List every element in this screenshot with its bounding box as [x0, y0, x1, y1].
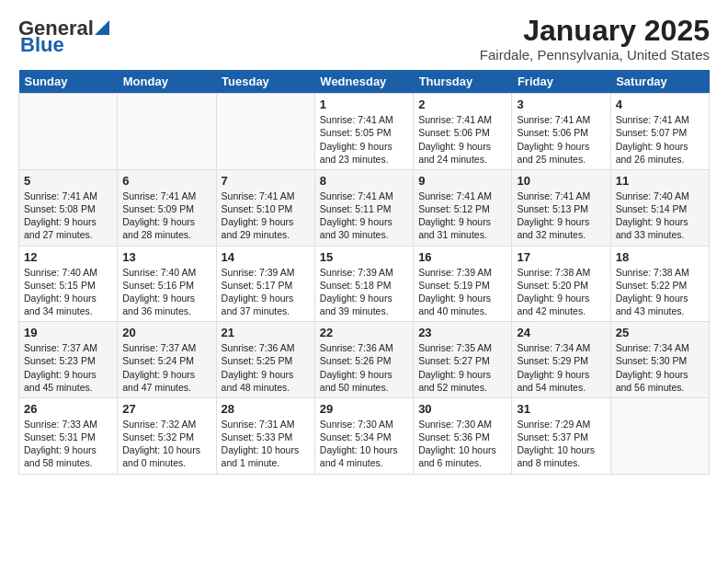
calendar-cell: 23Sunrise: 7:35 AMSunset: 5:27 PMDayligh…: [414, 322, 512, 398]
day-number: 3: [517, 98, 605, 111]
day-number: 22: [320, 326, 408, 339]
calendar-cell: 11Sunrise: 7:40 AMSunset: 5:14 PMDayligh…: [610, 169, 709, 246]
week-row-3: 12Sunrise: 7:40 AMSunset: 5:15 PMDayligh…: [19, 246, 710, 322]
cell-content: Sunrise: 7:37 AMSunset: 5:23 PMDaylight:…: [24, 341, 112, 394]
cell-content: Sunrise: 7:41 AMSunset: 5:05 PMDaylight:…: [320, 113, 408, 166]
day-number: 31: [517, 402, 605, 416]
weekday-header-wednesday: Wednesday: [314, 70, 413, 94]
cell-content: Sunrise: 7:41 AMSunset: 5:08 PMDaylight:…: [24, 190, 112, 242]
day-number: 4: [616, 98, 704, 111]
calendar-cell: 3Sunrise: 7:41 AMSunset: 5:06 PMDaylight…: [512, 94, 610, 170]
day-number: 25: [616, 326, 704, 339]
cell-content: Sunrise: 7:41 AMSunset: 5:13 PMDaylight:…: [517, 190, 605, 242]
cell-content: Sunrise: 7:31 AMSunset: 5:33 PMDaylight:…: [222, 418, 310, 470]
day-number: 24: [517, 326, 605, 339]
header: General Blue January 2025 Fairdale, Penn…: [18, 15, 710, 63]
calendar-cell: 19Sunrise: 7:37 AMSunset: 5:23 PMDayligh…: [19, 322, 118, 398]
calendar-cell: 31Sunrise: 7:29 AMSunset: 5:37 PMDayligh…: [512, 397, 610, 474]
weekday-header-saturday: Saturday: [610, 70, 709, 94]
week-row-1: 1Sunrise: 7:41 AMSunset: 5:05 PMDaylight…: [19, 94, 710, 170]
calendar-cell: 25Sunrise: 7:34 AMSunset: 5:30 PMDayligh…: [610, 322, 709, 398]
weekday-header-row: SundayMondayTuesdayWednesdayThursdayFrid…: [19, 70, 710, 94]
day-number: 16: [418, 250, 506, 264]
calendar-cell: [118, 94, 216, 170]
calendar-cell: 27Sunrise: 7:32 AMSunset: 5:32 PMDayligh…: [118, 397, 216, 474]
calendar-cell: 17Sunrise: 7:38 AMSunset: 5:20 PMDayligh…: [512, 246, 610, 322]
cell-content: Sunrise: 7:41 AMSunset: 5:11 PMDaylight:…: [320, 190, 408, 242]
cell-content: Sunrise: 7:41 AMSunset: 5:12 PMDaylight:…: [418, 190, 506, 242]
day-number: 28: [222, 402, 310, 416]
calendar-cell: 12Sunrise: 7:40 AMSunset: 5:15 PMDayligh…: [19, 246, 118, 322]
day-number: 8: [320, 174, 408, 188]
calendar-cell: 29Sunrise: 7:30 AMSunset: 5:34 PMDayligh…: [314, 397, 413, 474]
cell-content: Sunrise: 7:34 AMSunset: 5:30 PMDaylight:…: [616, 341, 704, 394]
calendar-cell: 1Sunrise: 7:41 AMSunset: 5:05 PMDaylight…: [314, 94, 413, 170]
weekday-header-tuesday: Tuesday: [216, 70, 314, 94]
cell-content: Sunrise: 7:34 AMSunset: 5:29 PMDaylight:…: [517, 341, 605, 394]
cell-content: Sunrise: 7:36 AMSunset: 5:25 PMDaylight:…: [222, 341, 310, 394]
day-number: 2: [418, 98, 506, 111]
calendar-cell: 30Sunrise: 7:30 AMSunset: 5:36 PMDayligh…: [414, 397, 512, 474]
cell-content: Sunrise: 7:30 AMSunset: 5:34 PMDaylight:…: [320, 418, 408, 470]
day-number: 17: [517, 250, 605, 264]
day-number: 19: [24, 326, 112, 339]
cell-content: Sunrise: 7:41 AMSunset: 5:10 PMDaylight:…: [222, 190, 310, 242]
cell-content: Sunrise: 7:41 AMSunset: 5:06 PMDaylight:…: [418, 113, 506, 166]
cell-content: Sunrise: 7:38 AMSunset: 5:22 PMDaylight:…: [616, 266, 704, 318]
svg-marker-0: [95, 20, 109, 35]
calendar-cell: 10Sunrise: 7:41 AMSunset: 5:13 PMDayligh…: [512, 169, 610, 246]
cell-content: Sunrise: 7:38 AMSunset: 5:20 PMDaylight:…: [517, 266, 605, 318]
cell-content: Sunrise: 7:39 AMSunset: 5:17 PMDaylight:…: [222, 266, 310, 318]
calendar-cell: 5Sunrise: 7:41 AMSunset: 5:08 PMDaylight…: [19, 169, 118, 246]
calendar-cell: 6Sunrise: 7:41 AMSunset: 5:09 PMDaylight…: [118, 169, 216, 246]
cell-content: Sunrise: 7:33 AMSunset: 5:31 PMDaylight:…: [24, 418, 112, 470]
cell-content: Sunrise: 7:41 AMSunset: 5:06 PMDaylight:…: [517, 113, 605, 166]
calendar-cell: [216, 94, 314, 170]
day-number: 26: [24, 402, 112, 416]
day-number: 14: [222, 250, 310, 264]
calendar-cell: 9Sunrise: 7:41 AMSunset: 5:12 PMDaylight…: [414, 169, 512, 246]
cell-content: Sunrise: 7:40 AMSunset: 5:14 PMDaylight:…: [616, 190, 704, 242]
weekday-header-monday: Monday: [118, 70, 216, 94]
week-row-4: 19Sunrise: 7:37 AMSunset: 5:23 PMDayligh…: [19, 322, 710, 398]
day-number: 7: [222, 174, 310, 188]
cell-content: Sunrise: 7:39 AMSunset: 5:18 PMDaylight:…: [320, 266, 408, 318]
calendar-page: General Blue January 2025 Fairdale, Penn…: [0, 0, 728, 484]
calendar-cell: 14Sunrise: 7:39 AMSunset: 5:17 PMDayligh…: [216, 246, 314, 322]
title-area: January 2025 Fairdale, Pennsylvania, Uni…: [480, 15, 710, 63]
day-number: 27: [122, 402, 210, 416]
calendar-cell: 22Sunrise: 7:36 AMSunset: 5:26 PMDayligh…: [314, 322, 413, 398]
calendar-cell: 20Sunrise: 7:37 AMSunset: 5:24 PMDayligh…: [118, 322, 216, 398]
cell-content: Sunrise: 7:37 AMSunset: 5:24 PMDaylight:…: [122, 341, 210, 394]
day-number: 18: [616, 250, 704, 264]
logo: General Blue: [18, 18, 109, 55]
cell-content: Sunrise: 7:32 AMSunset: 5:32 PMDaylight:…: [122, 418, 210, 470]
location: Fairdale, Pennsylvania, United States: [480, 47, 710, 63]
week-row-5: 26Sunrise: 7:33 AMSunset: 5:31 PMDayligh…: [19, 397, 710, 474]
cell-content: Sunrise: 7:40 AMSunset: 5:16 PMDaylight:…: [122, 266, 210, 318]
calendar-cell: 4Sunrise: 7:41 AMSunset: 5:07 PMDaylight…: [610, 94, 709, 170]
day-number: 20: [122, 326, 210, 339]
week-row-2: 5Sunrise: 7:41 AMSunset: 5:08 PMDaylight…: [19, 169, 710, 246]
cell-content: Sunrise: 7:39 AMSunset: 5:19 PMDaylight:…: [418, 266, 506, 318]
calendar-cell: 13Sunrise: 7:40 AMSunset: 5:16 PMDayligh…: [118, 246, 216, 322]
day-number: 10: [517, 174, 605, 188]
day-number: 15: [320, 250, 408, 264]
calendar-cell: 15Sunrise: 7:39 AMSunset: 5:18 PMDayligh…: [314, 246, 413, 322]
calendar-cell: 2Sunrise: 7:41 AMSunset: 5:06 PMDaylight…: [414, 94, 512, 170]
calendar-cell: [19, 94, 118, 170]
weekday-header-friday: Friday: [512, 70, 610, 94]
calendar-cell: [610, 397, 709, 474]
calendar-cell: 7Sunrise: 7:41 AMSunset: 5:10 PMDaylight…: [216, 169, 314, 246]
weekday-header-sunday: Sunday: [19, 70, 118, 94]
cell-content: Sunrise: 7:36 AMSunset: 5:26 PMDaylight:…: [320, 341, 408, 394]
day-number: 13: [122, 250, 210, 264]
weekday-header-thursday: Thursday: [414, 70, 512, 94]
logo-blue: Blue: [20, 35, 64, 55]
day-number: 1: [320, 98, 408, 111]
day-number: 9: [418, 174, 506, 188]
day-number: 12: [24, 250, 112, 264]
month-title: January 2025: [480, 15, 710, 47]
logo-icon: [95, 20, 109, 35]
day-number: 11: [616, 174, 704, 188]
